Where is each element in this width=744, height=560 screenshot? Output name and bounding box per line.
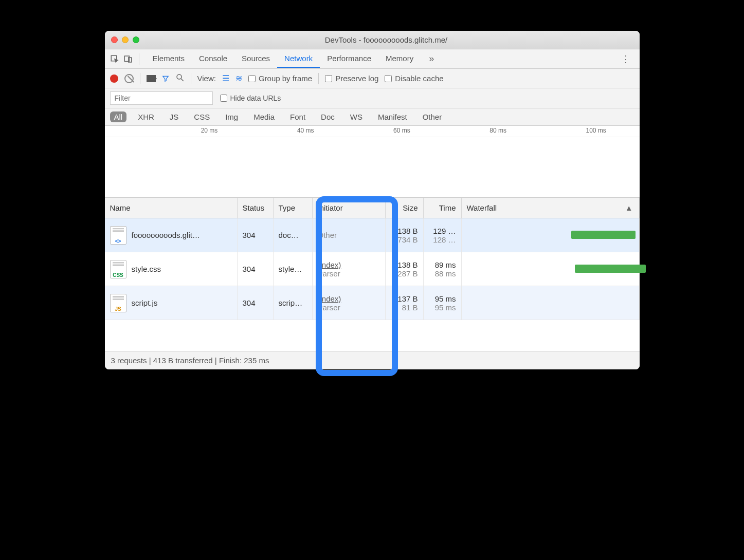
window-title: DevTools - fooooooooods.glitch.me/ [139,35,633,44]
type-filter-ws[interactable]: WS [346,111,367,122]
type-filter-manifest[interactable]: Manifest [374,111,411,122]
cell-initiator: (index)Parser [313,252,386,286]
requests-table: Name Status Type Initiator Size Time Wat… [105,198,640,351]
preserve-log-checkbox[interactable]: Preserve log [325,74,378,83]
close-window-button[interactable] [111,36,118,43]
cell-status: 304 [238,218,274,252]
record-button[interactable] [110,74,118,83]
hide-data-urls-label: Hide data URLs [230,94,281,102]
clear-button[interactable] [124,74,134,83]
separator [191,73,191,84]
cell-status: 304 [238,252,274,286]
col-status[interactable]: Status [238,198,274,218]
tab-elements[interactable]: Elements [146,50,192,68]
zoom-window-button[interactable] [133,36,139,43]
size-transferred: 138 B [391,227,418,235]
preserve-log-input[interactable] [325,75,332,82]
inspect-icon[interactable] [110,54,119,64]
hide-data-urls-input[interactable] [220,95,227,102]
separator [140,73,140,84]
hide-data-urls-checkbox[interactable]: Hide data URLs [220,94,281,102]
filter-input[interactable] [110,91,213,105]
tabs-overflow-button[interactable]: » [425,53,438,64]
cell-size: 137 B81 B [386,286,424,320]
size-resource: 734 B [391,235,418,244]
initiator-sub: Parser [318,269,380,278]
timeline-ruler: 20 ms40 ms60 ms80 ms100 ms [105,126,640,137]
col-time[interactable]: Time [424,198,462,218]
type-filter-doc[interactable]: Doc [317,111,339,122]
size-resource: 81 B [391,303,418,312]
traffic-lights [111,36,139,43]
cell-name: CSSstyle.css [105,252,238,286]
type-filter-img[interactable]: Img [221,111,242,122]
type-filter-js[interactable]: JS [166,111,183,122]
group-by-frame-label: Group by frame [259,74,312,83]
cell-size: 138 B287 B [386,252,424,286]
search-icon[interactable] [175,73,185,84]
more-menu-button[interactable]: ⋮ [617,53,634,65]
col-waterfall[interactable]: Waterfall ▲ [462,198,640,218]
view-label: View: [197,74,216,83]
table-row[interactable]: CSSstyle.css304style…(index)Parser138 B2… [105,252,640,286]
type-filter-media[interactable]: Media [249,111,279,122]
type-filter-font[interactable]: Font [286,111,310,122]
size-resource: 287 B [391,269,418,278]
filter-icon[interactable] [162,75,169,82]
titlebar: DevTools - fooooooooods.glitch.me/ [105,31,640,49]
time-latency: 128 … [429,235,456,244]
col-size[interactable]: Size [386,198,424,218]
tab-memory[interactable]: Memory [378,50,421,68]
tab-sources[interactable]: Sources [234,50,277,68]
timeline-tick: 40 ms [297,127,314,134]
table-row[interactable]: JSscript.js304scrip…(index)Parser137 B81… [105,286,640,320]
size-transferred: 138 B [391,260,418,269]
separator [318,73,319,84]
initiator-sub: Parser [318,303,380,312]
type-filter-all[interactable]: All [110,111,127,122]
waterfall-bar [571,231,635,239]
waterfall-view-icon[interactable]: ≋ [235,73,242,83]
timeline-tick: 60 ms [393,127,410,134]
type-filter-other[interactable]: Other [419,111,446,122]
tab-performance[interactable]: Performance [320,50,378,68]
cell-waterfall [462,218,640,252]
css-file-icon: CSS [110,260,126,278]
status-bar: 3 requests | 413 B transferred | Finish:… [105,351,640,369]
large-rows-icon[interactable]: ☰ [222,73,229,83]
sort-indicator-icon: ▲ [625,203,633,212]
request-name: style.css [132,265,161,273]
tab-network[interactable]: Network [277,50,320,68]
disable-cache-checkbox[interactable]: Disable cache [385,74,443,83]
tab-console[interactable]: Console [192,50,234,68]
col-initiator[interactable]: Initiator [313,198,386,218]
initiator-text: Other [318,231,380,239]
time-total: 95 ms [429,294,456,303]
separator [139,53,139,65]
cell-waterfall [462,286,640,320]
col-size-label: Size [403,203,418,212]
table-row[interactable]: <>fooooooooods.glit…304doc…Other138 B734… [105,218,640,252]
table-empty-space [105,320,640,351]
time-total: 129 … [429,227,456,235]
disable-cache-input[interactable] [385,75,392,82]
group-by-frame-input[interactable] [248,75,256,82]
initiator-link[interactable]: (index) [318,260,380,269]
timeline-overview[interactable]: 20 ms40 ms60 ms80 ms100 ms [105,126,640,198]
type-filter-css[interactable]: CSS [190,111,214,122]
group-by-frame-checkbox[interactable]: Group by frame [248,74,312,83]
initiator-link[interactable]: (index) [318,294,380,303]
col-type[interactable]: Type [274,198,313,218]
type-filter-xhr[interactable]: XHR [134,111,158,122]
screenshot-icon[interactable] [147,75,156,82]
cell-size: 138 B734 B [386,218,424,252]
html-file-icon: <> [110,226,126,245]
device-toggle-icon[interactable] [123,54,133,64]
col-name[interactable]: Name [105,198,238,218]
minimize-window-button[interactable] [122,36,129,43]
cell-time: 89 ms88 ms [424,252,462,286]
svg-point-3 [177,74,182,79]
timeline-tick: 100 ms [586,127,606,134]
cell-name: <>fooooooooods.glit… [105,218,238,252]
svg-line-4 [181,79,184,81]
